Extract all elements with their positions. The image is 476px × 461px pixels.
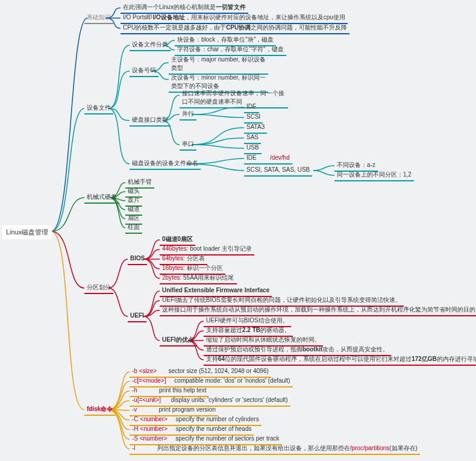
devfile-num-label[interactable]: 设备号码 xyxy=(130,65,158,77)
basic-label[interactable]: 基础知识 xyxy=(84,12,113,24)
partition-label[interactable]: 分区划分 xyxy=(84,282,113,294)
devfile-iface-serial[interactable]: 串口 xyxy=(180,139,196,151)
devfile-cls-label[interactable]: 设备文件分类 xyxy=(130,39,171,51)
basic-n3[interactable]: CPU的核数不一定就是越多越好，由于CPU协调之间的协调问题，可能性能不升反降 xyxy=(121,22,349,34)
devfile-iface-parallel[interactable]: 并行 xyxy=(180,108,196,121)
uefi-adv-label[interactable]: UEFI的优点 xyxy=(160,334,196,347)
devfile-label[interactable]: 设备文件 xyxy=(84,102,113,114)
devfile-iface-label[interactable]: 硬盘接口类型 xyxy=(130,114,171,127)
mech-cylinder[interactable]: 柱面 xyxy=(125,222,142,234)
devfile-naming-part[interactable]: 同一设备上的不同分区：1,2 xyxy=(334,169,414,181)
root-node[interactable]: Linux磁盘管理 xyxy=(2,225,52,239)
devfile-naming-scsi[interactable]: SCSI, SATA, SAS, USB xyxy=(244,165,312,177)
uefi-desc2[interactable]: 这种接口用于操作系统自动从预启动的操作环境，加载到一种操作系统上，从而达到开机程… xyxy=(160,304,476,316)
bios-label[interactable]: BIOS xyxy=(128,253,147,265)
uefi-label[interactable]: UEFI xyxy=(128,310,146,322)
fdisk-label[interactable]: fdisk命令 xyxy=(84,404,115,416)
uefi-adv5[interactable]: 支持64位的现代固件设备驱动程序，系统在启动过程中可以使用它们来对超过172亿G… xyxy=(204,354,476,366)
mech-label[interactable]: 机械式硬盘 xyxy=(84,192,119,204)
bios-end[interactable]: 2bytes: 55AA用来标识结尾 xyxy=(160,272,237,284)
devfile-naming-ide[interactable]: IDE /dev/hd xyxy=(244,152,292,165)
devfile-num-major[interactable]: 主设备号：major number, 标识设备类型 xyxy=(169,54,268,75)
fdisk-l[interactable]: -l 列出指定设备的分区表信息并退出，如果没有给出设备，那么使用那些在/proc… xyxy=(130,443,420,455)
devfile-naming-label[interactable]: 磁盘设备的设备文件命名 xyxy=(130,158,201,170)
devfile-iface-desc[interactable]: 接口速率而非硬件设备速率，同一个接口不同的硬盘速率不同 xyxy=(180,88,288,108)
